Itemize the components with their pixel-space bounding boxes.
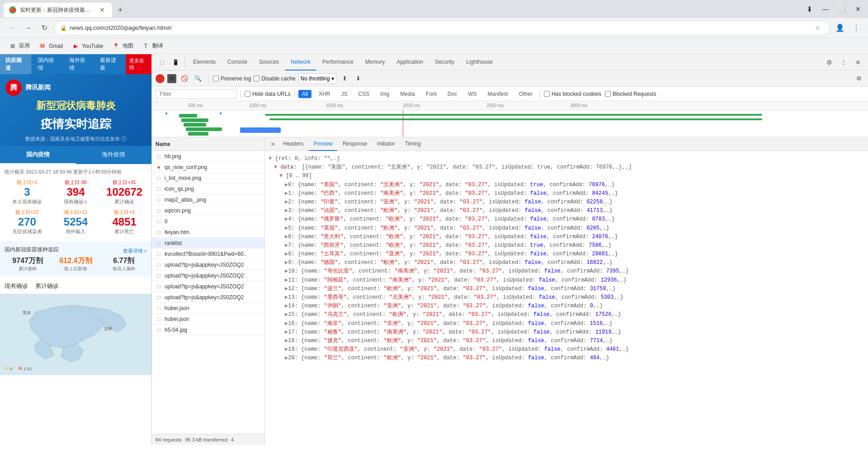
file-item-upload-1[interactable]: □ upload?tp=js&appkey=JS0ZOQ2 [152, 259, 264, 270]
preview-tab-preview[interactable]: Preview [309, 137, 337, 151]
close-button[interactable]: ✕ [852, 3, 864, 15]
tab-overseas[interactable]: 海外疫情 [76, 146, 152, 164]
download-icon[interactable]: ⬇ [803, 3, 816, 15]
tab-security[interactable]: Security [429, 54, 460, 71]
disable-cache-checkbox[interactable]: Disable cache [254, 75, 295, 82]
hide-data-urls-checkbox[interactable]: Hide data URLs [245, 91, 291, 97]
file-item-upload-2[interactable]: □ upload?tp=js&appkey=JS0ZOQ2 [152, 270, 264, 281]
filter-ws-button[interactable]: WS [464, 90, 480, 98]
file-item-map2[interactable]: □ map2_atlas_.png [152, 194, 264, 205]
nav-tab-latest[interactable]: 最新进展 [94, 54, 126, 74]
json-range-arrow[interactable]: ▼ [279, 173, 283, 179]
clear-button[interactable]: 🚫 [179, 73, 190, 84]
file-item-hb-png[interactable]: □ hb.png [152, 151, 264, 162]
file-item-qs-now[interactable]: ● qs_now_conf.png [152, 162, 264, 173]
tab-network[interactable]: Network [285, 54, 316, 71]
bookmark-gmail[interactable]: M Gmail [35, 41, 66, 52]
filter-media-button[interactable]: Media [396, 90, 419, 98]
filter-input[interactable] [156, 89, 237, 99]
back-button[interactable]: ← [5, 22, 18, 34]
import-har-button[interactable]: ⬆ [339, 73, 350, 84]
nav-tab-domestic[interactable]: 国内疫情 [33, 54, 64, 74]
maximize-button[interactable]: ⬜ [835, 3, 848, 15]
device-toolbar-icon[interactable]: 📱 [169, 56, 182, 69]
close-devtools-icon[interactable]: ✕ [852, 56, 864, 69]
throttle-select[interactable]: No throttling ▾ [298, 73, 337, 84]
preview-tab-timing[interactable]: Timing [400, 137, 425, 151]
tab-performance[interactable]: Performance [317, 54, 359, 71]
file-item-kvcollect[interactable]: □ kvcollect?BossId=8901&Pwd=60.. [152, 249, 264, 259]
inspect-element-icon[interactable]: ⬚ [156, 56, 168, 69]
file-item-upload-3[interactable]: □ upload?tp=js&appkey=JS0ZOQ2 [152, 281, 264, 292]
json-data-arrow[interactable]: ▼ [274, 164, 277, 170]
preview-tab-initiator[interactable]: Initiator [373, 137, 399, 151]
bookmark-icon[interactable]: ☆ [811, 22, 824, 34]
browser-tab[interactable]: 🔴 实时更新：新冠肺炎疫情最新动... ✕ [4, 3, 112, 17]
search-button[interactable]: 🔍 [193, 73, 203, 84]
file-item-hubei-1[interactable]: □ hubei.json [152, 303, 264, 314]
bookmark-translate[interactable]: T 翻译 [139, 41, 167, 52]
new-tab-button[interactable]: + [114, 4, 127, 16]
filter-font-button[interactable]: Font [422, 90, 440, 98]
filter-js-button[interactable]: JS [337, 90, 351, 98]
tab-elements[interactable]: Elements [188, 54, 221, 71]
network-settings-icon[interactable]: ⚙ [854, 73, 864, 84]
file-item-h5-04[interactable]: □ h5-04.jpg [152, 325, 264, 335]
tab-sources[interactable]: Sources [254, 54, 284, 71]
bookmark-maps[interactable]: 📍 地图 [109, 41, 137, 52]
more-news-button[interactable]: 更多疫情 [126, 54, 151, 74]
settings-icon[interactable]: ⚙ [823, 56, 835, 69]
blocked-requests-checkbox[interactable]: Blocked Requests [605, 91, 656, 97]
minimize-button[interactable]: — [819, 3, 832, 15]
filter-manifest-button[interactable]: Manifest [484, 90, 512, 98]
file-item-xqicon[interactable]: □ xqicon.png [152, 205, 264, 216]
file-item-i-list[interactable]: □ i_list_more.png [152, 173, 264, 183]
file-item-icon-qs[interactable]: □ icon_qs.png [152, 183, 264, 194]
url-input[interactable]: 🔒 news.qq.com/zt2020/page/feiyan.htm#/ ☆ [54, 21, 830, 35]
filter-all-button[interactable]: All [298, 90, 311, 98]
profile-button[interactable]: 👤 [834, 22, 846, 34]
menu-button[interactable]: ⋮ [850, 22, 863, 34]
filter-img-button[interactable]: Img [377, 90, 393, 98]
vaccine-detail-link[interactable]: 查看详情 > [123, 248, 147, 254]
tab-close-button[interactable]: ✕ [98, 5, 107, 14]
json-item-17: ▶17: {name: "秘鲁", continent: "南美洲", y: "… [269, 328, 864, 337]
file-item-ranklist[interactable]: □ ranklist [152, 238, 264, 249]
preview-tab-headers[interactable]: Headers [278, 137, 308, 151]
blocked-requests-input[interactable] [605, 91, 611, 97]
blocked-cookies-checkbox[interactable]: Has blocked cookies [544, 91, 601, 97]
webpage-panel: 抗疫频道 › 国内疫情 海外疫情 最新进展 更多疫情 腾 腾讯新闻 [0, 54, 151, 445]
preserve-log-input[interactable] [213, 75, 219, 81]
tab-domestic[interactable]: 国内疫情 [0, 146, 76, 164]
disable-cache-input[interactable] [254, 75, 259, 81]
file-item-0[interactable]: □ 0 [152, 216, 264, 227]
tab-application[interactable]: Application [391, 54, 429, 71]
file-item-upload-4[interactable]: □ upload?tp=js&appkey=JS0ZOQ2 [152, 292, 264, 303]
forward-button[interactable]: → [22, 22, 34, 34]
filter-xhr-button[interactable]: XHR [315, 90, 334, 98]
record-button[interactable] [156, 74, 165, 83]
nav-tab-kang-yi[interactable]: 抗疫频道 [0, 54, 31, 74]
more-options-icon[interactable]: ⋮ [837, 56, 850, 69]
json-root-arrow[interactable]: ▼ [269, 155, 272, 162]
tab-memory[interactable]: Memory [360, 54, 390, 71]
filter-doc-button[interactable]: Doc [444, 90, 461, 98]
preserve-log-checkbox[interactable]: Preserve log [213, 75, 251, 82]
tab-lighthouse[interactable]: Lighthouse [461, 54, 498, 71]
waterfall-bar-4 [186, 127, 222, 131]
tab-console[interactable]: Console [222, 54, 253, 71]
file-item-feiyan[interactable]: □ feiyan.htm [152, 227, 264, 238]
file-item-hubei-2[interactable]: □ hubei.json [152, 314, 264, 325]
filter-css-button[interactable]: CSS [354, 90, 373, 98]
nav-tab-overseas[interactable]: 海外疫情 [64, 54, 95, 74]
export-har-button[interactable]: ⬇ [353, 73, 363, 84]
reload-button[interactable]: ↻ [38, 22, 51, 34]
filter-other-button[interactable]: Other [515, 90, 536, 98]
preview-close-button[interactable]: ✕ [269, 140, 278, 149]
blocked-cookies-input[interactable] [544, 91, 550, 97]
bookmark-apps[interactable]: ⊞ 应用 [5, 41, 33, 52]
stop-button[interactable]: ⬛ [167, 74, 176, 83]
hide-data-urls-input[interactable] [245, 91, 250, 97]
preview-tab-response[interactable]: Response [338, 137, 372, 151]
bookmark-youtube[interactable]: ▶ YouTube [68, 41, 107, 52]
